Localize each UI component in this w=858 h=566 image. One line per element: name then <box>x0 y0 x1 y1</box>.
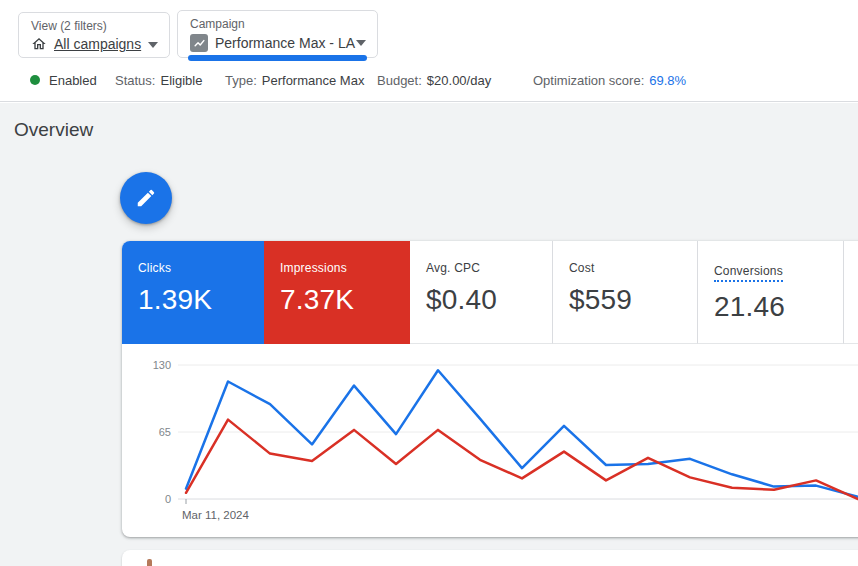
metric-tab-partial <box>844 241 858 344</box>
metric-value: 1.39K <box>138 284 264 316</box>
enabled-status[interactable]: Enabled <box>30 70 97 90</box>
y-tick-130: 130 <box>153 359 171 371</box>
status-field: Status: Eligible <box>115 70 202 90</box>
optimization-score-field[interactable]: Optimization score: 69.8% <box>533 70 686 90</box>
view-filter-label: View (2 filters) <box>31 19 157 33</box>
metric-tab-clicks[interactable]: Clicks 1.39K <box>122 241 264 344</box>
metric-value: $559 <box>569 284 697 316</box>
performance-line-chart[interactable]: 130 65 0 Mar 11, 2024 <box>122 344 858 537</box>
next-section-card <box>122 550 858 566</box>
status-value: Eligible <box>160 73 202 88</box>
metric-label: Clicks <box>138 261 264 275</box>
edit-button[interactable] <box>120 172 172 224</box>
overview-metrics-card: Clicks 1.39K Impressions 7.37K Avg. CPC … <box>122 241 858 537</box>
pencil-icon <box>135 187 157 209</box>
chevron-down-icon <box>148 42 158 48</box>
status-label: Status: <box>115 73 155 88</box>
optimization-score-label: Optimization score: <box>533 73 644 88</box>
campaign-header: View (2 filters) All campaigns Campaign … <box>0 0 858 102</box>
metric-label: Avg. CPC <box>426 261 552 275</box>
type-value: Performance Max <box>262 73 365 88</box>
metric-label: Conversions <box>714 264 783 282</box>
campaign-chart-icon <box>190 34 208 52</box>
metric-tab-impressions[interactable]: Impressions 7.37K <box>264 241 410 344</box>
campaign-selector-dropdown[interactable]: Campaign Performance Max - LA <box>177 10 378 58</box>
budget-field[interactable]: Budget: $20.00/day <box>377 70 491 90</box>
enabled-text: Enabled <box>49 73 97 88</box>
chevron-down-icon <box>356 40 366 46</box>
view-filter-dropdown[interactable]: View (2 filters) All campaigns <box>18 12 170 58</box>
type-field: Type: Performance Max <box>225 70 364 90</box>
metric-value: 7.37K <box>280 284 410 316</box>
metric-tab-avg-cpc[interactable]: Avg. CPC $0.40 <box>410 241 553 344</box>
metric-label: Cost <box>569 261 697 275</box>
metric-tabs: Clicks 1.39K Impressions 7.37K Avg. CPC … <box>122 241 858 344</box>
x-tick-date: Mar 11, 2024 <box>182 509 250 521</box>
optimization-score-value: 69.8% <box>649 73 686 88</box>
enabled-dot-icon <box>30 75 40 85</box>
campaign-selector-label: Campaign <box>190 17 365 31</box>
metric-value: 21.46 <box>714 291 843 323</box>
metric-tab-cost[interactable]: Cost $559 <box>553 241 698 344</box>
metric-value: $0.40 <box>426 284 552 316</box>
budget-value: $20.00/day <box>427 73 491 88</box>
view-filter-value: All campaigns <box>54 36 141 52</box>
type-label: Type: <box>225 73 257 88</box>
page-title: Overview <box>14 119 93 141</box>
selected-tab-indicator <box>188 55 367 61</box>
campaign-selector-value: Performance Max - LA <box>215 35 355 51</box>
next-card-icon <box>147 559 152 566</box>
metric-tab-conversions[interactable]: Conversions 21.46 <box>698 241 844 344</box>
y-tick-65: 65 <box>159 426 171 438</box>
metric-label: Impressions <box>280 261 410 275</box>
home-icon <box>31 36 47 52</box>
y-tick-0: 0 <box>165 493 171 505</box>
budget-label: Budget: <box>377 73 422 88</box>
